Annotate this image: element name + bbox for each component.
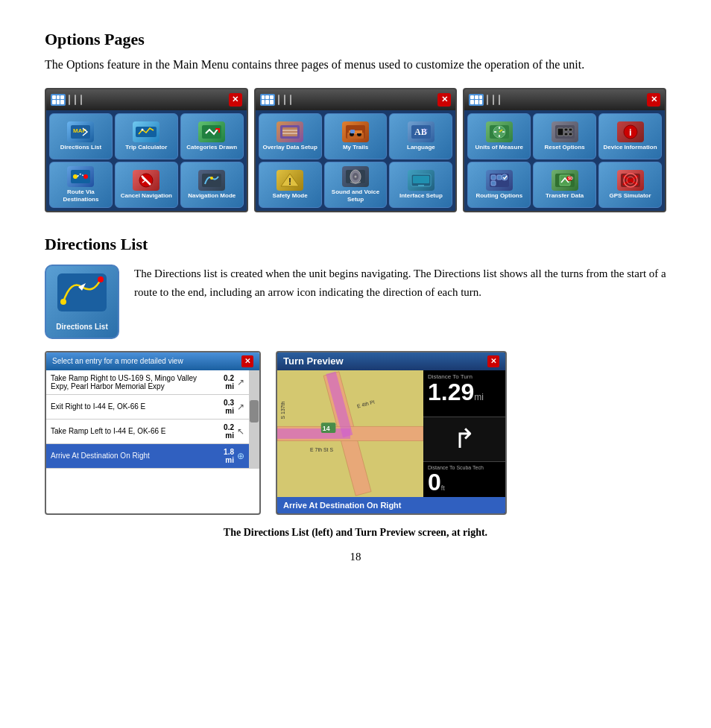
btn-interface-setup[interactable]: Interface Setup bbox=[389, 162, 452, 208]
btn-cancel-nav-label: Cancel Navigation bbox=[121, 192, 172, 200]
transfer-data-icon: SD bbox=[552, 170, 578, 191]
svg-point-65 bbox=[60, 299, 66, 305]
btn-language-label: Language bbox=[407, 144, 435, 151]
panel-1-close[interactable]: ✕ bbox=[229, 93, 242, 107]
svg-point-11 bbox=[210, 177, 213, 180]
svg-rect-53 bbox=[491, 181, 496, 186]
svg-rect-21 bbox=[350, 130, 355, 133]
turn-dest-value-display: 0ft bbox=[428, 470, 501, 494]
turn-preview-map: 14 E 4th Pl E 7th St S S 137th bbox=[277, 370, 423, 497]
btn-routing-options-label: Routing Options bbox=[475, 192, 522, 200]
svg-rect-47 bbox=[569, 133, 572, 136]
categories-drawn-icon bbox=[198, 121, 225, 142]
panel-grid-icon bbox=[51, 94, 66, 106]
btn-sound-voice[interactable]: Sound and Voice Setup bbox=[324, 162, 388, 208]
svg-rect-33 bbox=[413, 176, 429, 183]
turn-preview-close[interactable]: ✕ bbox=[487, 355, 499, 367]
menu-panel-2: ✕ Overlay Data Setup bbox=[254, 88, 458, 212]
dir-list-header-text: Select an entry for a more detailed view bbox=[52, 357, 183, 365]
tab-dots-3 bbox=[487, 95, 500, 105]
btn-transfer-data-label: Transfer Data bbox=[546, 192, 584, 200]
panel-3-header: ✕ bbox=[464, 89, 665, 110]
trip-calculator-icon bbox=[133, 121, 159, 142]
turn-distance-top: Distance To Turn 1.29mi bbox=[423, 370, 505, 417]
turn-preview-screenshot: Turn Preview ✕ 14 E 4th Pl bbox=[276, 351, 507, 515]
directions-list-screenshot: Select an entry for a more detailed view… bbox=[45, 351, 261, 515]
svg-rect-46 bbox=[564, 133, 568, 136]
svg-rect-10 bbox=[202, 174, 221, 187]
btn-my-trails-label: My Trails bbox=[343, 144, 368, 151]
btn-units-measure-label: Units of Measure bbox=[475, 144, 523, 151]
dir-row-2-dist: 0.3mi bbox=[212, 399, 234, 415]
panel-3-buttons: Units of Measure Reset Options bbox=[464, 110, 665, 211]
btn-reset-options[interactable]: Reset Options bbox=[533, 113, 596, 159]
svg-text:!: ! bbox=[288, 177, 291, 187]
dir-list-row-2[interactable]: Exit Right to I-44 E, OK-66 E 0.3mi ↗ bbox=[46, 395, 249, 420]
btn-overlay-data[interactable]: Overlay Data Setup bbox=[259, 113, 322, 159]
turn-arrow-box: ↱ bbox=[423, 417, 505, 462]
dir-row-2-desc: Exit Right to I-44 E, OK-66 E bbox=[51, 402, 209, 411]
cancel-nav-icon bbox=[133, 170, 159, 191]
btn-gps-simulator[interactable]: GPS Simulator bbox=[598, 162, 662, 208]
turn-preview-bottom: Arrive At Destination On Right bbox=[277, 497, 505, 513]
directions-list-description: The Directions list is created when the … bbox=[134, 265, 666, 303]
panel-2-close[interactable]: ✕ bbox=[437, 93, 451, 107]
directions-big-icon bbox=[56, 272, 108, 320]
dir-list-row-4[interactable]: Arrive At Destination On Right 1.8mi ⊕ bbox=[46, 444, 249, 469]
btn-device-info[interactable]: i Device Information bbox=[598, 113, 662, 159]
btn-my-trails[interactable]: My Trails bbox=[324, 113, 388, 159]
btn-trip-calculator[interactable]: Trip Calculator bbox=[115, 113, 178, 159]
btn-categories-drawn[interactable]: Categories Drawn bbox=[180, 113, 244, 159]
svg-rect-13 bbox=[282, 127, 297, 136]
nav-mode-icon bbox=[198, 170, 225, 191]
svg-text:E 7th St S: E 7th St S bbox=[310, 447, 333, 452]
btn-cancel-nav[interactable]: Cancel Navigation bbox=[115, 162, 178, 208]
btn-interface-setup-label: Interface Setup bbox=[399, 192, 443, 200]
btn-nav-mode[interactable]: Navigation Mode bbox=[180, 162, 244, 208]
tab-dots-1 bbox=[69, 95, 82, 105]
routing-options-icon bbox=[486, 170, 513, 191]
svg-text:SD: SD bbox=[568, 176, 573, 180]
turn-preview-header: Turn Preview ✕ bbox=[277, 352, 505, 370]
btn-transfer-data[interactable]: SD Transfer Data bbox=[533, 162, 596, 208]
btn-routing-options[interactable]: Routing Options bbox=[467, 162, 531, 208]
svg-rect-71 bbox=[277, 428, 350, 439]
overlay-data-icon bbox=[276, 121, 303, 142]
dir-list-row-3[interactable]: Take Ramp Left to I-44 E, OK-66 E 0.2mi … bbox=[46, 420, 249, 444]
route-via-icon bbox=[67, 166, 94, 187]
menu-panel-3: ✕ Units of Measure bbox=[463, 88, 666, 212]
btn-route-via-label: Route Via Destinations bbox=[51, 189, 110, 203]
dir-list-close[interactable]: ✕ bbox=[241, 355, 253, 367]
btn-gps-simulator-label: GPS Simulator bbox=[610, 192, 651, 200]
menu-panels-container: ✕ MAP Directions List bbox=[45, 88, 666, 212]
dir-list-scroll: Take Ramp Right to US-169 S, Mingo Valle… bbox=[46, 370, 249, 469]
btn-trip-calculator-label: Trip Calculator bbox=[125, 144, 167, 151]
turn-preview-body: 14 E 4th Pl E 7th St S S 137th Distance … bbox=[277, 370, 505, 497]
btn-sound-voice-label: Sound and Voice Setup bbox=[326, 189, 385, 203]
tab-dots-2 bbox=[278, 95, 291, 105]
dir-list-scrollbar[interactable] bbox=[249, 370, 259, 469]
dir-row-2-arrow: ↗ bbox=[237, 402, 244, 412]
btn-overlay-data-label: Overlay Data Setup bbox=[262, 144, 317, 151]
btn-safety-mode[interactable]: ! Safety Mode bbox=[259, 162, 322, 208]
reset-options-icon bbox=[552, 121, 578, 142]
panel-3-close[interactable]: ✕ bbox=[647, 93, 660, 107]
directions-list-title: Directions List bbox=[45, 235, 666, 254]
menu-panel-1: ✕ MAP Directions List bbox=[45, 88, 248, 212]
screenshots-row: Select an entry for a more detailed view… bbox=[45, 351, 666, 515]
btn-route-via[interactable]: Route Via Destinations bbox=[49, 162, 113, 208]
panel-1-header: ✕ bbox=[46, 89, 247, 110]
language-icon: AB 字 bbox=[408, 121, 434, 142]
svg-text:字: 字 bbox=[422, 128, 428, 135]
turn-dest-value: 0 bbox=[428, 469, 441, 496]
svg-point-3 bbox=[142, 128, 144, 130]
svg-rect-45 bbox=[569, 128, 572, 131]
dir-list-row-1[interactable]: Take Ramp Right to US-169 S, Mingo Valle… bbox=[46, 370, 249, 395]
btn-units-measure[interactable]: Units of Measure bbox=[467, 113, 531, 159]
gps-simulator-icon bbox=[617, 170, 644, 191]
dir-row-1-arrow: ↗ bbox=[237, 377, 244, 387]
btn-directions-list[interactable]: MAP Directions List bbox=[49, 113, 113, 159]
safety-mode-icon: ! bbox=[276, 170, 303, 191]
directions-list-icon-box: Directions List bbox=[45, 265, 119, 339]
btn-language[interactable]: AB 字 Language bbox=[389, 113, 452, 159]
